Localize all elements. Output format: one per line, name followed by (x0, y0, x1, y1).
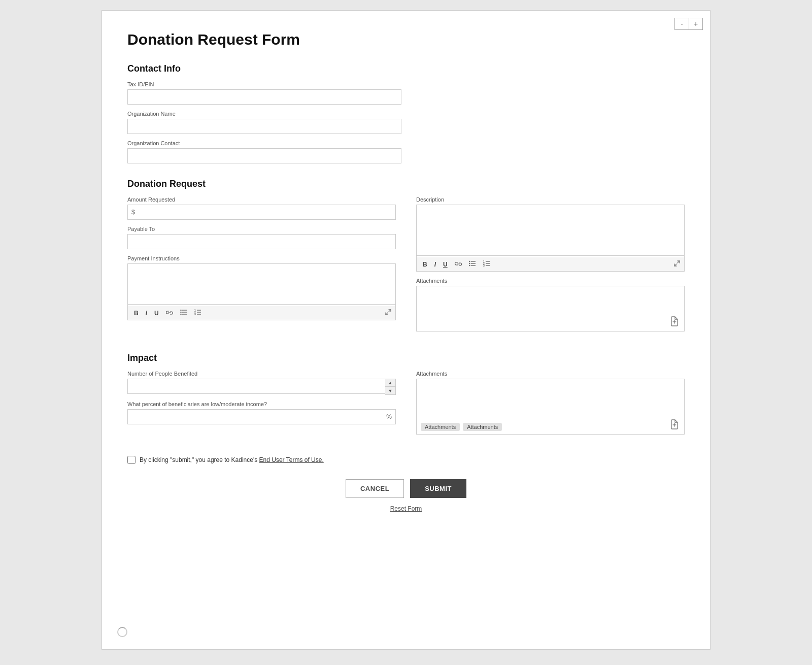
form-container: - + Donation Request Form Contact Info T… (101, 10, 710, 650)
percent-beneficiaries-label: What percent of beneficiaries are low/mo… (127, 401, 396, 407)
dollar-sign-icon: $ (131, 209, 135, 216)
payment-expand-icon[interactable] (385, 309, 391, 317)
donation-two-col: Amount Requested $ Payable To Payment In… (127, 196, 685, 338)
desc-bullet-button[interactable] (467, 259, 478, 269)
payable-to-input[interactable] (127, 234, 396, 249)
impact-attachment-drop-zone[interactable] (417, 379, 684, 420)
org-contact-input[interactable] (127, 148, 401, 163)
donation-right-col: Description B I U (416, 196, 685, 338)
impact-attachments-label: Attachments (416, 371, 685, 377)
terms-checkbox[interactable] (127, 456, 136, 464)
payment-instructions-label: Payment Instructions (127, 255, 396, 261)
attachment-tag-1[interactable]: Attachments (421, 423, 460, 431)
donation-attachments-field-group: Attachments (416, 278, 685, 331)
people-benefited-wrapper: ▲ ▼ (127, 379, 396, 395)
terms-text-before: By clicking "submit," you agree to Kadin… (140, 456, 259, 463)
percent-beneficiaries-wrapper: % (127, 409, 396, 424)
percent-beneficiaries-field-group: What percent of beneficiaries are low/mo… (127, 401, 396, 424)
zoom-out-button[interactable]: - (674, 18, 689, 30)
impact-attachment-area: Attachments Attachments (416, 379, 685, 435)
description-toolbar: B I U 1.2.3. (417, 257, 684, 271)
terms-text: By clicking "submit," you agree to Kadin… (140, 456, 324, 463)
amount-field-group: Amount Requested $ (127, 196, 396, 220)
people-benefited-label: Number of People Benefited (127, 371, 396, 377)
cancel-button[interactable]: CANCEL (346, 479, 404, 498)
org-contact-field-group: Organization Contact (127, 140, 685, 163)
percent-symbol: % (386, 413, 392, 420)
payment-instructions-editor: B I U (127, 263, 396, 320)
form-title: Donation Request Form (127, 31, 685, 48)
impact-left-col: Number of People Benefited ▲ ▼ What perc… (127, 371, 396, 441)
donation-attachment-area (416, 286, 685, 331)
org-name-field-group: Organization Name (127, 111, 685, 134)
payable-to-label: Payable To (127, 226, 396, 232)
svg-point-16 (469, 261, 470, 262)
attachment-tag-2[interactable]: Attachments (463, 423, 502, 431)
impact-attachment-upload-button[interactable] (668, 418, 681, 431)
people-benefited-up-button[interactable]: ▲ (385, 379, 395, 387)
form-actions: CANCEL SUBMIT (127, 479, 685, 498)
people-benefited-spinners: ▲ ▼ (385, 379, 396, 395)
impact-attachments-field-group: Attachments Attachments Attachments (416, 371, 685, 435)
tax-id-field-group: Tax ID/EIN (127, 81, 685, 105)
impact-two-col: Number of People Benefited ▲ ▼ What perc… (127, 371, 685, 441)
impact-right-col: Attachments Attachments Attachments (416, 371, 685, 441)
people-benefited-field-group: Number of People Benefited ▲ ▼ (127, 371, 396, 395)
svg-point-20 (469, 265, 470, 266)
donation-request-section: Donation Request Amount Requested $ Paya… (127, 179, 685, 338)
desc-underline-button[interactable]: U (441, 260, 450, 269)
svg-point-5 (180, 314, 181, 315)
amount-label: Amount Requested (127, 196, 396, 203)
org-name-input[interactable] (127, 119, 401, 134)
description-field-group: Description B I U (416, 196, 685, 272)
desc-bold-button[interactable]: B (421, 260, 429, 269)
payable-to-field-group: Payable To (127, 226, 396, 249)
amount-prefix-wrapper: $ (127, 205, 396, 220)
payment-underline-button[interactable]: U (152, 309, 161, 318)
amount-input[interactable] (127, 205, 396, 220)
org-contact-label: Organization Contact (127, 140, 685, 146)
payment-bold-button[interactable]: B (132, 309, 141, 318)
reset-form-link[interactable]: Reset Form (127, 505, 685, 512)
payment-link-button[interactable] (164, 309, 175, 318)
desc-italic-button[interactable]: I (432, 260, 438, 269)
zoom-controls: - + (674, 18, 703, 30)
desc-link-button[interactable] (453, 260, 464, 269)
submit-button[interactable]: SUBMIT (410, 479, 466, 498)
org-name-label: Organization Name (127, 111, 685, 117)
svg-point-18 (469, 263, 470, 264)
people-benefited-down-button[interactable]: ▼ (385, 387, 395, 394)
svg-point-1 (180, 310, 181, 311)
donation-attachments-label: Attachments (416, 278, 685, 284)
tax-id-input[interactable] (127, 89, 401, 105)
donation-request-title: Donation Request (127, 179, 685, 189)
terms-link[interactable]: End User Terms of Use. (259, 456, 324, 463)
payment-instructions-toolbar: B I U (128, 306, 395, 320)
description-textarea[interactable] (417, 205, 684, 256)
donation-attachment-drop-zone[interactable] (417, 286, 684, 331)
loading-spinner-icon (117, 627, 129, 639)
contact-info-title: Contact Info (127, 63, 685, 74)
svg-text:3.: 3. (483, 264, 486, 267)
people-benefited-input[interactable] (127, 379, 385, 394)
payment-instructions-field-group: Payment Instructions B I U (127, 255, 396, 320)
impact-title: Impact (127, 353, 685, 363)
desc-expand-icon[interactable] (674, 260, 680, 268)
desc-numbered-button[interactable]: 1.2.3. (481, 259, 492, 269)
description-editor: B I U 1.2.3. (416, 205, 685, 272)
donation-attachment-upload-button[interactable] (668, 315, 681, 328)
impact-section: Impact Number of People Benefited ▲ ▼ Wh… (127, 353, 685, 441)
zoom-in-button[interactable]: + (689, 18, 703, 30)
svg-point-3 (180, 312, 181, 313)
svg-text:3.: 3. (194, 313, 197, 315)
terms-row: By clicking "submit," you agree to Kadin… (127, 456, 685, 464)
payment-numbered-button[interactable]: 1.2.3. (192, 308, 204, 318)
payment-italic-button[interactable]: I (144, 309, 149, 318)
description-label: Description (416, 196, 685, 203)
percent-beneficiaries-input[interactable] (127, 409, 396, 424)
tax-id-label: Tax ID/EIN (127, 81, 685, 87)
impact-attachment-tags: Attachments Attachments (417, 420, 684, 434)
contact-info-section: Contact Info Tax ID/EIN Organization Nam… (127, 63, 685, 163)
payment-bullet-button[interactable] (178, 308, 189, 318)
payment-instructions-textarea[interactable] (128, 264, 395, 305)
